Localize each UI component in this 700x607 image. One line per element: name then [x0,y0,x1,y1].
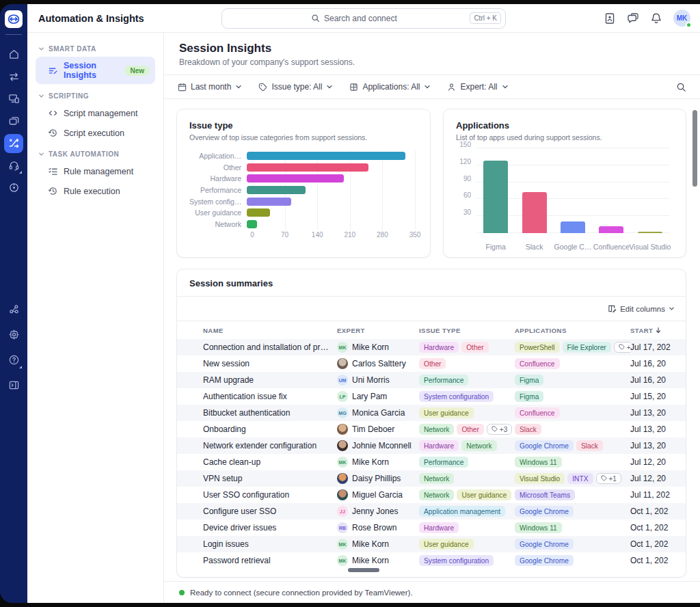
table-row[interactable]: Bitbucket authenticationMGMonica GarciaU… [177,405,686,421]
table-row[interactable]: Authentication issue fixLPLary PamSystem… [177,388,686,405]
applications-title: Applications [456,120,673,131]
column-header-applications[interactable]: APPLICATIONS [515,327,630,334]
issue-type-cell: Hardware [419,522,515,533]
badge-google-chrome: Google Chrome [515,440,574,451]
search-input[interactable] [320,14,470,23]
more-tags-chip[interactable]: +1 [614,342,630,353]
rail-settings-button[interactable] [4,325,23,345]
issue-category-label: User guidance [189,208,247,217]
rail-automation-button[interactable] [4,134,23,153]
issue-bar-row: Performance [189,185,418,196]
table-row[interactable]: Connection and installation of print…MKM… [177,339,686,355]
issue-type-cell: HardwareNetwork [419,440,515,451]
sidebar-item-label: Script execution [64,129,124,138]
start-date: Jul 11, 202 [630,490,686,500]
table-row[interactable]: Network extender configurationJohnie Mco… [177,437,686,454]
chevron-down-icon [326,83,333,90]
issue-bar-row: Hardware [189,173,418,185]
horizontal-scrollbar[interactable] [348,568,379,572]
start-date: Jul 13, 20 [630,424,686,434]
filter-expert-all[interactable]: Expert: All [447,82,508,92]
badge-powershell: PowerShell [515,342,560,353]
rail-share-nodes-button[interactable] [4,300,23,319]
sidebar-item-label: Rule management [64,167,133,176]
applications-cell: Windows 11 [515,457,630,468]
x-tick-label: 0 [250,231,254,239]
user-avatar[interactable]: MK [673,10,690,27]
rail-service-desk-button[interactable] [4,156,23,175]
start-date: Jul 12, 20 [630,457,686,467]
table-row[interactable]: Configure user SSOJJJenny JonesApplicati… [177,503,686,520]
edit-columns-label: Edit columns [620,305,665,313]
rail-collapse-panel-button[interactable] [4,376,23,395]
expert-name: Mike Korn [352,342,389,352]
filter-label: Expert: All [460,82,497,92]
table-row[interactable]: Login issuesMKMike KornUser guidanceGoog… [177,536,686,552]
session-name: Onboarding [203,424,337,434]
rail-devices-button[interactable] [4,90,23,109]
sidebar-section-smart-data[interactable]: SMART DATA [36,42,155,55]
expert-avatar: MK [337,539,348,550]
sidebar-section-scripting[interactable]: SCRIPTING [36,90,155,103]
badge-network: Network [419,489,454,500]
table-row[interactable]: Password retrievalMKMike KornSystem conf… [177,552,686,569]
chat-icon[interactable] [627,12,639,25]
filter-issue-type-all[interactable]: Issue type: All [258,82,333,92]
table-row[interactable]: RAM upgradeUMUni MorrisPerformanceFigmaJ… [177,372,686,388]
sidebar-section-task-automation[interactable]: TASK AUTOMATION [36,148,155,161]
sidebar-item-script-execution[interactable]: Script execution [36,124,155,142]
global-search[interactable]: Ctrl + K [221,8,506,29]
sidebar-item-session-insights[interactable]: Session InsightsNew [36,57,155,84]
sidebar-item-rule-management[interactable]: Rule management [36,162,155,180]
rail-remote-target-button[interactable] [4,178,23,198]
column-header-name[interactable]: NAME [203,327,337,334]
chevron-down-icon [235,83,242,90]
start-date: Oct 1, 202 [630,507,686,516]
rail-help-button[interactable] [4,351,23,370]
filter-bar: Last monthIssue type: AllApplications: A… [164,75,700,99]
table-search-icon[interactable] [676,82,686,92]
rail-connections-button[interactable] [4,67,23,86]
expert-avatar: LP [337,391,348,402]
table-body: Connection and installation of print…MKM… [177,339,686,569]
expert-avatar: MK [337,457,348,468]
edit-columns-button[interactable]: Edit columns [608,304,675,313]
table-row[interactable]: User SSO configurationMiguel GarciaNetwo… [177,487,686,503]
filter-applications-all[interactable]: Applications: All [349,82,431,92]
issue-type-cell: Application management [419,506,515,517]
app-window: Automation & Insights Ctrl + K MK SMART … [0,4,700,603]
expert-name: Mike Korn [352,457,389,467]
app-category-label: Google C… [554,243,592,251]
sidebar-item-rule-execution[interactable]: Rule execution [36,182,155,200]
contacts-icon[interactable] [604,12,616,25]
table-row[interactable]: OnboardingTim DeboerNetworkOther+3SlackJ… [177,421,686,437]
issue-type-cell: Other [419,358,515,369]
sort-descending-icon[interactable] [655,327,662,334]
rail-sessions-button[interactable] [4,111,23,131]
vertical-scrollbar[interactable] [692,110,697,187]
applications-card: Applications List of top apps used durin… [443,109,686,258]
issue-x-axis: 070140210280350 [252,231,415,242]
applications-subtitle: List of top apps used during support ses… [456,133,673,141]
session-name: New session [203,359,337,368]
table-row[interactable]: New sessionCarlos SaltteryOtherConfluenc… [177,355,686,372]
column-header-expert[interactable]: EXPERT [337,327,419,334]
filter-last-month[interactable]: Last month [178,82,242,92]
table-row[interactable]: Device driver issuesRBRose BrownHardware… [177,520,686,536]
column-header-issue-type[interactable]: ISSUE TYPE [419,327,515,334]
more-tags-chip[interactable]: +3 [487,424,512,435]
issue-type-cell: Performance [419,457,515,468]
issue-bar-row: Network [189,219,418,230]
teamviewer-logo-icon[interactable] [5,10,23,28]
table-row[interactable]: VPN setupDaisy PhillipsNetworkVisual Stu… [177,470,686,487]
more-tags-chip[interactable]: +1 [596,473,621,484]
sidebar-item-script-management[interactable]: Script management [36,104,155,122]
sidebar-section-label: TASK AUTOMATION [49,150,119,158]
applications-cell: Google Chrome [515,506,630,517]
session-name: Configure user SSO [203,507,337,516]
rail-home-button[interactable] [4,45,23,64]
app-bar [483,161,508,233]
table-row[interactable]: Cache clean-upMKMike KornPerformanceWind… [177,454,686,470]
column-header-start[interactable]: START [630,327,686,334]
notifications-bell-icon[interactable] [650,12,662,25]
